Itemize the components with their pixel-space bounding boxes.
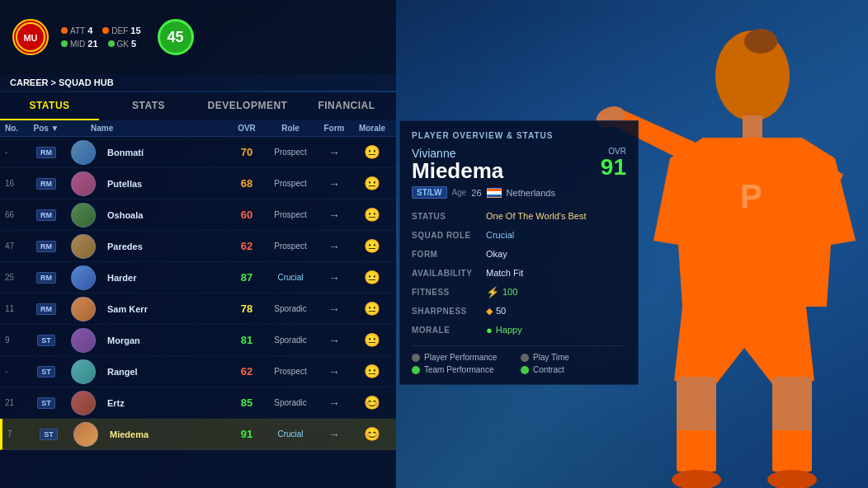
form-arrow: → bbox=[328, 334, 340, 347]
overview-stat-row: SHARPNESS ◆50 bbox=[412, 303, 626, 318]
pos-badge: RM bbox=[36, 241, 56, 252]
role-text: Sporadic bbox=[274, 336, 306, 345]
cell-ovr: 91 bbox=[228, 428, 266, 440]
overview-stat-row: STATUS One Of The World's Best bbox=[412, 209, 626, 223]
cell-name: Putellas bbox=[104, 179, 228, 189]
cell-no: 21 bbox=[5, 398, 30, 407]
tab-stats[interactable]: STATS bbox=[99, 92, 198, 120]
form-arrow: → bbox=[328, 209, 340, 222]
morale-icon: 😐 bbox=[364, 301, 380, 317]
role-text: Sporadic bbox=[274, 398, 306, 407]
player-avatar bbox=[71, 328, 96, 353]
cell-form: → bbox=[315, 209, 353, 222]
morale-icon: 😐 bbox=[364, 270, 380, 285]
overview-stat-row: SQUAD ROLE Crucial bbox=[412, 228, 626, 242]
table-row[interactable]: 21 ST Ertz 85 Sporadic → 😊 bbox=[0, 387, 396, 419]
cell-morale: 😐 bbox=[353, 176, 391, 191]
player-avatar bbox=[71, 297, 96, 321]
pos-badge: ST bbox=[40, 429, 58, 440]
cell-form: → bbox=[315, 365, 353, 378]
stat-key: STATUS bbox=[412, 212, 486, 221]
player-avatar bbox=[71, 171, 96, 196]
gk-dot bbox=[108, 40, 115, 47]
cell-pos: ST bbox=[30, 397, 63, 409]
ovr-value: 68 bbox=[241, 177, 252, 190]
ovr-value: 91 bbox=[241, 428, 252, 440]
table-row[interactable]: 11 RM Sam Kerr 78 Sporadic → 😐 bbox=[0, 293, 396, 325]
ovr-value: 62 bbox=[241, 240, 252, 252]
col-name: Name bbox=[63, 124, 228, 133]
cell-form: → bbox=[315, 240, 353, 253]
pos-badge: ST bbox=[37, 366, 55, 378]
player-name: Morgan bbox=[107, 336, 140, 345]
tab-status[interactable]: STATUS bbox=[0, 92, 99, 120]
svg-point-8 bbox=[672, 470, 721, 488]
breadcrumb: CAREER > SQUAD HUB bbox=[0, 74, 396, 91]
player-name: Ertz bbox=[107, 398, 125, 408]
ovr-value: 87 bbox=[241, 271, 252, 284]
player-avatar bbox=[71, 234, 96, 259]
stat-value: One Of The World's Best bbox=[486, 211, 626, 221]
metric-dot bbox=[521, 366, 529, 374]
cell-form: → bbox=[315, 428, 353, 441]
gk-stat: GK 5 bbox=[108, 39, 137, 49]
cell-no: 47 bbox=[5, 242, 30, 251]
nationality: Netherlands bbox=[507, 188, 555, 198]
pos-badge: RM bbox=[36, 272, 56, 284]
cell-morale: 😐 bbox=[353, 364, 391, 379]
table-row[interactable]: 47 RM Paredes 62 Prospect → 😐 bbox=[0, 231, 396, 262]
cell-ovr: 62 bbox=[228, 365, 266, 378]
metric-dot bbox=[412, 366, 420, 374]
table-row[interactable]: 66 RM Oshoala 60 Prospect → 😐 bbox=[0, 199, 396, 231]
cell-name: Ertz bbox=[104, 398, 228, 408]
cell-name: Morgan bbox=[104, 336, 228, 345]
metric-item: Team Performance bbox=[412, 365, 517, 374]
form-arrow: → bbox=[328, 428, 340, 441]
table-row[interactable]: 25 RM Harder 87 Crucial → 😐 bbox=[0, 262, 396, 293]
cell-role: Prospect bbox=[266, 367, 315, 376]
overview-stat-row: MORALE ●Happy bbox=[412, 322, 626, 337]
cell-ovr: 70 bbox=[228, 146, 266, 158]
role-text: Crucial bbox=[277, 273, 303, 282]
table-body: - RM Bonmatí 70 Prospect → 😐 16 RM bbox=[0, 137, 396, 450]
cell-role: Crucial bbox=[266, 429, 315, 439]
cell-avatar bbox=[63, 203, 104, 228]
age-value: 26 bbox=[471, 188, 481, 198]
metric-item: Player Performance bbox=[412, 353, 517, 362]
tab-financial[interactable]: FINANCIAL bbox=[297, 92, 396, 120]
col-pos[interactable]: Pos ▼ bbox=[30, 124, 63, 133]
table-row[interactable]: 7 ST Miedema 91 Crucial → 😊 bbox=[0, 419, 396, 450]
cell-form: → bbox=[315, 303, 353, 316]
table-row[interactable]: 9 ST Morgan 81 Sporadic → 😐 bbox=[0, 325, 396, 356]
svg-text:MU: MU bbox=[23, 33, 37, 43]
svg-point-9 bbox=[767, 470, 817, 488]
cell-pos: RM bbox=[30, 209, 63, 221]
cell-role: Prospect bbox=[266, 242, 315, 251]
svg-point-1 bbox=[744, 29, 777, 54]
stat-value: Crucial bbox=[486, 230, 626, 240]
metric-label: Player Performance bbox=[424, 353, 497, 362]
player-name: Putellas bbox=[107, 179, 142, 189]
ovr-value: 60 bbox=[241, 209, 252, 221]
table-row[interactable]: - ST Rangel 62 Prospect → 😐 bbox=[0, 356, 396, 387]
overview-stat-row: FITNESS ⚡100 bbox=[412, 284, 626, 299]
stat-key: MORALE bbox=[412, 326, 486, 335]
cell-form: → bbox=[315, 271, 353, 284]
cell-morale: 😊 bbox=[353, 426, 391, 442]
cell-no: 11 bbox=[5, 304, 30, 313]
stat-key: FORM bbox=[412, 250, 486, 259]
morale-icon: 😐 bbox=[364, 364, 380, 379]
role-text: Prospect bbox=[274, 148, 306, 157]
stat-value: Match Fit bbox=[486, 268, 626, 278]
table-row[interactable]: - RM Bonmatí 70 Prospect → 😐 bbox=[0, 137, 396, 168]
morale-icon: 😊 bbox=[364, 426, 380, 442]
cell-ovr: 62 bbox=[228, 240, 266, 252]
table-row[interactable]: 16 RM Putellas 68 Prospect → 😐 bbox=[0, 168, 396, 199]
def-stat: DEF 15 bbox=[102, 26, 140, 35]
role-text: Crucial bbox=[277, 429, 303, 439]
tab-development[interactable]: DEVELOPMENT bbox=[198, 92, 297, 120]
cell-role: Prospect bbox=[266, 179, 315, 188]
form-arrow: → bbox=[328, 396, 340, 410]
ovr-value: 85 bbox=[241, 396, 252, 409]
pos-badge: RM bbox=[36, 303, 56, 315]
